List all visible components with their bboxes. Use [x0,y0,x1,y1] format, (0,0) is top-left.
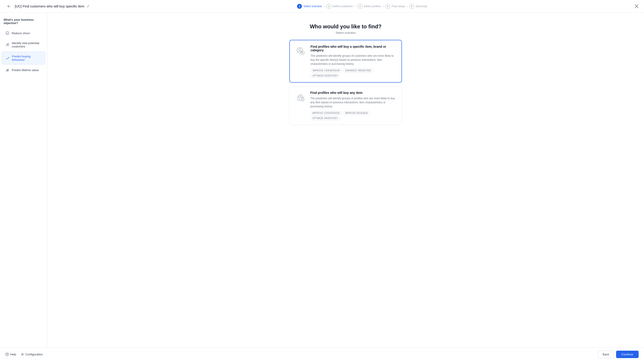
step-2-circle: 2 [326,4,332,9]
any-item-card-tags: IMPROVE CONVERSION IMPROVE REVENUE OPTIM… [310,111,397,120]
configuration-icon [21,353,24,356]
edit-icon[interactable] [86,5,90,8]
steps-nav: 1 Select scenario › 2 Define prediciton … [297,4,427,9]
step-4: 4 Final setup [385,4,405,9]
svg-point-1 [7,33,7,33]
help-label: Help [10,353,16,356]
predict-lifetime-icon [6,68,10,72]
sidebar-item-reduce-churn[interactable]: Reduce churn [2,28,45,38]
specific-item-card-title: Find profiles who will buy a specific it… [310,45,397,52]
sidebar: What's your business objective? Reduce c… [0,12,47,348]
content-subtitle: Select scenario [289,31,402,34]
content-header: Who would you like to find? Select scena… [289,23,402,34]
step-4-circle: 4 [385,4,390,9]
sidebar-title: What's your business objective? [0,18,47,28]
tag-improve-revenue: IMPROVE REVENUE [343,111,370,115]
svg-point-0 [6,31,9,35]
sidebar-item-predict-buying[interactable]: Predict buying behaviour [2,52,45,64]
svg-rect-9 [8,69,8,71]
step-3: 3 Select profiles [358,4,381,9]
sidebar-item-identify-label: Identify new potential customers [12,41,42,48]
step-arrow-2: › [355,5,356,8]
step-arrow-3: › [382,5,384,8]
step-2-label: Define prediciton [333,5,353,8]
predict-buying-icon [6,56,10,60]
svg-point-21 [7,355,7,355]
back-button[interactable]: Back [598,351,614,358]
content-area: Who would you like to find? Select scena… [47,12,644,348]
scenario-card-specific-item[interactable]: Find profiles who will buy a specific it… [289,40,402,83]
step-2: 2 Define prediciton [326,4,353,9]
specific-item-card-tags: IMPROVE CONVERSION ENHANCE TARGETING OPT… [310,69,397,78]
step-1-label: Select scenario [303,5,322,8]
header: [UC] Find customers who will buy specifi… [0,0,644,12]
specific-item-card-icon [294,45,307,57]
any-item-card-desc: The prediction will identify groups of p… [310,96,397,108]
configuration-button[interactable]: Configuration [21,353,43,356]
footer-right: Back Continue [598,351,638,358]
tag-optimize-inventory-1: OPTIMIZE INVENTORY [310,74,340,78]
svg-rect-7 [6,70,7,71]
any-item-card-body: Find profiles who will buy any item The … [310,91,397,120]
step-arrow-1: › [324,5,325,8]
tag-enhance-targeting: ENHANCE TARGETING [344,69,373,72]
svg-point-22 [22,354,23,355]
scenario-cards: Find profiles who will buy a specific it… [289,40,402,125]
close-icon[interactable] [634,4,638,8]
content-inner: Who would you like to find? Select scena… [289,23,402,125]
identify-icon [6,43,10,47]
scenario-card-any-item[interactable]: Find profiles who will buy any item The … [289,86,402,125]
step-4-label: Final setup [392,5,405,8]
configuration-label: Configuration [26,353,43,356]
continue-button[interactable]: Continue [616,351,638,358]
reduce-churn-icon [6,31,10,35]
step-1: 1 Select scenario [297,4,322,9]
tag-optimize-inventory-2: OPTIMIZE INVENTORY [310,116,340,120]
step-arrow-4: › [407,5,408,8]
step-5: 5 Summary [409,4,427,9]
specific-item-card-body: Find profiles who will buy a specific it… [310,45,397,78]
header-left: [UC] Find customers who will buy specifi… [6,3,90,10]
footer-left: Help Configuration [6,353,43,356]
step-1-circle: 1 [297,4,302,9]
any-item-card-icon [294,91,307,103]
step-5-circle: 5 [409,4,414,9]
step-5-label: Summary [416,5,427,8]
svg-point-11 [299,48,300,50]
tag-improve-conversion-1: IMPROVE CONVERSION [310,69,342,72]
svg-point-2 [8,33,8,33]
content-title: Who would you like to find? [289,23,402,30]
any-item-card-title: Find profiles who will buy any item [310,91,397,94]
svg-point-19 [301,98,304,101]
help-button[interactable]: Help [6,353,16,356]
page-title: [UC] Find customers who will buy specifi… [15,4,84,8]
footer: Help Configuration Back Continue [0,348,644,361]
step-3-circle: 3 [358,4,362,9]
sidebar-item-predict-lifetime-label: Predict lifetime value [12,68,39,72]
svg-point-3 [7,44,8,45]
svg-rect-8 [7,70,8,71]
specific-item-card-desc: The prediction will identify groups of c… [310,54,397,66]
tag-improve-conversion-2: IMPROVE CONVERSION [310,111,342,115]
main-layout: What's your business objective? Reduce c… [0,12,644,348]
back-nav-icon[interactable] [6,3,12,10]
sidebar-item-reduce-churn-label: Reduce churn [12,31,30,35]
sidebar-item-identify-new[interactable]: Identify new potential customers [2,39,45,51]
step-3-label: Select profiles [364,5,381,8]
sidebar-item-predict-buying-label: Predict buying behaviour [12,55,42,61]
sidebar-item-predict-lifetime[interactable]: Predict lifetime value [2,65,45,75]
svg-point-6 [8,57,9,58]
help-icon [6,353,9,356]
